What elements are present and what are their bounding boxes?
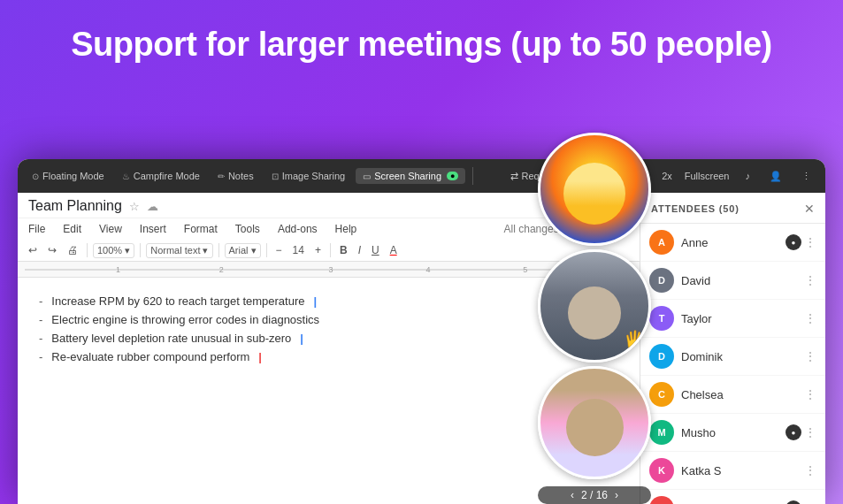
status-badge-icon: ● [786,424,801,440]
menu-view[interactable]: View [96,220,126,238]
music-icon: ♪ [746,171,751,181]
notes-icon: ✏ [218,172,225,181]
attendee-row: RRona●⋮ [640,490,825,504]
font-color-btn[interactable]: A [387,242,401,258]
next-video-btn[interactable]: › [615,489,618,501]
video-feeds: 🖐 ‹ 2 / 16 › [538,133,653,504]
notes-btn[interactable]: ✏ Notes [211,168,261,184]
menu-insert[interactable]: Insert [136,220,170,238]
font-size-plus-btn[interactable]: + [311,242,325,258]
attendee-name: Anne [681,236,778,249]
font-size-value: 14 [289,242,308,258]
attendee-actions: ⋮ [804,349,816,363]
prev-video-btn[interactable]: ‹ [571,489,574,501]
attendee-more-btn[interactable]: ⋮ [804,349,816,363]
campfire-mode-btn[interactable]: ♨ Campfire Mode [115,168,207,184]
attendee-row: DDominik⋮ [640,338,825,376]
attendee-row: MMusho●⋮ [640,414,825,452]
video-thumb-3 [538,366,651,479]
app-window: ⊙ Floating Mode ♨ Campfire Mode ✏ Notes … [18,159,825,504]
screen-sharing-badge: ● [447,172,458,180]
participants-btn[interactable]: 👤 [763,168,789,185]
toolbar-bar: ⊙ Floating Mode ♨ Campfire Mode ✏ Notes … [18,159,825,193]
attendee-name: Katka S [681,464,797,477]
menu-edit[interactable]: Edit [59,220,85,238]
undo-btn[interactable]: ↩ [25,242,41,258]
attendees-title: ATTENDEES (50) [651,203,740,214]
attendee-more-btn[interactable]: ⋮ [804,311,816,325]
attendee-row: AAnne●⋮ [640,224,825,262]
fullscreen-btn[interactable]: Fullscreen [681,169,733,183]
attendee-avatar: T [649,306,674,331]
attendee-actions: ●⋮ [786,234,816,250]
video-counter: 2 / 16 [581,489,608,501]
status-badge-icon: ● [786,234,801,250]
format-divider-5 [330,243,331,257]
menu-file[interactable]: File [25,220,49,238]
attendee-more-btn[interactable]: ⋮ [804,273,816,287]
attendee-more-btn[interactable]: ⋮ [804,235,816,249]
italic-btn[interactable]: I [355,242,364,258]
attendee-more-btn[interactable]: ⋮ [804,387,816,401]
attendee-name: David [681,274,797,287]
list-item: Increase RPM by 620 to reach target temp… [39,292,618,310]
hero-title: Support for larger meetings (up to 50 pe… [0,0,843,81]
image-sharing-btn[interactable]: ⊡ Image Sharing [264,168,353,184]
underline-btn[interactable]: U [368,242,383,258]
font-size-minus-btn[interactable]: − [272,242,286,258]
attendee-name: Chelsea [681,388,797,401]
close-sidebar-btn[interactable]: ✕ [804,202,815,216]
zoom-select[interactable]: 100% ▾ [93,243,134,258]
attendee-avatar: D [649,268,674,293]
attendee-avatar: C [649,382,674,407]
main-content: Team Planning ☆ ☁ File Edit View Insert … [18,193,825,504]
attendee-actions: ●⋮ [786,500,816,504]
menu-tools[interactable]: Tools [232,220,264,238]
more-options-btn[interactable]: ⋮ [794,168,818,185]
cursor-3: | [258,350,262,363]
menu-format[interactable]: Format [180,220,221,238]
video-nav: ‹ 2 / 16 › [538,486,651,504]
redo-btn[interactable]: ↪ [44,242,60,258]
print-btn[interactable]: 🖨 [64,242,81,258]
status-badge-icon: ● [786,500,801,504]
attendee-avatar: R [649,496,674,504]
menu-addons[interactable]: Add-ons [274,220,321,238]
attendee-row: CChelsea⋮ [640,376,825,414]
list-item: Battery level depletion rate unusual in … [39,329,618,347]
menu-help[interactable]: Help [332,220,361,238]
attendee-avatar: M [649,420,674,445]
format-divider-4 [266,243,267,257]
format-divider-3 [218,243,219,257]
cloud-icon: ☁ [147,200,158,213]
format-divider-1 [87,243,88,257]
attendee-row: KKatka S⋮ [640,452,825,490]
attendee-name: Taylor [681,312,797,325]
image-icon: ⊡ [272,172,279,181]
attendee-actions: ⋮ [804,387,816,401]
style-select[interactable]: Normal text ▾ [146,243,212,258]
font-select[interactable]: Arial ▾ [225,243,261,258]
attendee-row: DDavid⋮ [640,262,825,300]
zoom-2x-btn[interactable]: 2x [658,169,676,183]
screen-icon: ▭ [363,172,371,181]
participants-icon: 👤 [770,171,782,182]
attendee-row: TTaylor⋮ [640,300,825,338]
screen-sharing-btn[interactable]: ▭ Screen Sharing ● [356,168,465,184]
cursor-1: | [314,294,318,308]
music-btn[interactable]: ♪ [739,168,758,184]
toolbar-divider [472,167,473,185]
campfire-icon: ♨ [122,172,130,181]
list-item: Re-evaluate rubber compound perform | [39,347,618,366]
doc-title: Team Planning [28,198,122,214]
attendee-actions: ⋮ [804,311,816,325]
bullet-list: Increase RPM by 620 to reach target temp… [39,292,618,366]
attendee-avatar: A [649,230,674,255]
star-icon[interactable]: ☆ [129,200,140,213]
cursor-2: | [300,332,303,345]
bold-btn[interactable]: B [336,242,351,258]
attendee-more-btn[interactable]: ⋮ [804,463,816,477]
attendee-avatar: D [649,344,674,369]
floating-mode-btn[interactable]: ⊙ Floating Mode [25,168,111,184]
attendee-more-btn[interactable]: ⋮ [804,425,816,439]
